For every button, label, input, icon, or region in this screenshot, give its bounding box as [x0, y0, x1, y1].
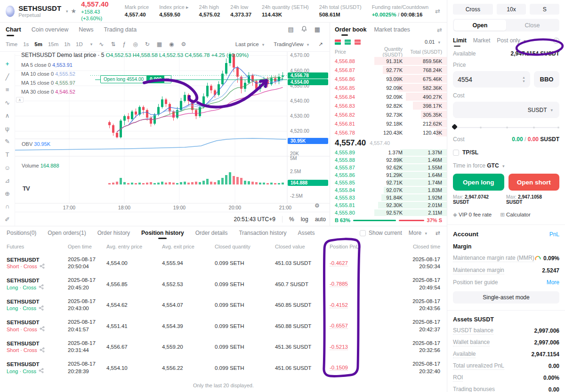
scale-toggle-%[interactable]: % — [289, 216, 294, 223]
orderbook-ask-row[interactable]: 4,556.8492.09K490.27K — [330, 92, 447, 101]
tab-chart[interactable]: Chart — [6, 26, 21, 33]
chart-settings-gear-icon[interactable]: ⚙ — [181, 41, 186, 48]
table-row[interactable]: SETHSUSDTShort · Cross2025-08-1720:41:57… — [0, 316, 447, 337]
pitchfork-tool-icon[interactable]: ψ — [0, 122, 15, 136]
price-source-dropdown[interactable]: Last price ▾ — [235, 41, 266, 47]
pnl-link[interactable]: PnL — [549, 231, 559, 238]
time-axis-settings-icon[interactable]: ⚙ — [315, 202, 320, 209]
orderbook-bid-row[interactable]: 4,555.8892.89K1.46M — [330, 156, 447, 164]
panel-settings-icon[interactable]: ⇄ — [436, 230, 440, 236]
magnet-tool-icon[interactable]: ∩ — [0, 200, 15, 213]
orderbook-ask-row[interactable]: 4,556.78120.43K120.43K — [330, 128, 447, 137]
orderbook-ask-row[interactable]: 4,556.8392.82K398.17K — [330, 101, 447, 110]
info-icon[interactable]: i — [553, 38, 559, 44]
table-row[interactable]: SETHSUSDTShort · Cross2025-08-1720:31:44… — [0, 336, 447, 358]
tab-market[interactable]: Market — [473, 37, 491, 44]
snapshot-camera-icon[interactable]: ◎ — [133, 41, 137, 48]
tab-assets[interactable]: Assets — [298, 230, 315, 236]
interval-time-label[interactable]: Time — [6, 41, 17, 47]
tab-market-trades[interactable]: Market trades — [374, 26, 410, 33]
tab-order-details[interactable]: Order details — [195, 230, 228, 236]
orderbook-bid-row[interactable]: 4,555.8391.84K1.92M — [330, 194, 447, 201]
orderbook-ask-row[interactable]: 4,556.8592.09K582.36K — [330, 83, 447, 92]
vip-fee-link[interactable]: ◈ VIP 0 fee rate — [453, 211, 492, 218]
orderbook-settings-icon[interactable]: ⇄ — [437, 26, 442, 33]
alert-dot-icon[interactable]: ◉ — [169, 41, 174, 48]
interval-15m[interactable]: 15m — [48, 41, 58, 47]
cost-unit[interactable]: SUSDT — [528, 107, 547, 113]
tick-size-dropdown[interactable]: 0.01 ▾ — [425, 39, 442, 45]
orderbook-mid-price[interactable]: 4,557.40 4,557.40 — [330, 137, 447, 149]
favorite-star-icon[interactable]: ★ — [71, 8, 77, 15]
tab-order-book[interactable]: Order book — [335, 26, 366, 33]
alerts-bell-icon[interactable] — [301, 26, 307, 33]
wave-tool-icon[interactable]: ∿ — [0, 96, 15, 110]
share-icon[interactable] — [40, 264, 45, 270]
orderbook-bid-row[interactable]: 4,555.8792.62K1.55M — [330, 164, 447, 171]
tab-position-history[interactable]: Position history — [141, 230, 184, 236]
share-icon[interactable] — [40, 326, 45, 332]
price-input[interactable]: 4554 ▲▼ — [453, 71, 530, 88]
chart-style-icon[interactable]: ∿ — [99, 41, 104, 48]
tab-positions-0[interactable]: Positions(0) — [7, 230, 36, 236]
single-asset-mode-button[interactable]: Single-asset mode — [453, 291, 559, 304]
open-order-tag[interactable]: Open long 4554.00 0.099 × — [100, 75, 171, 83]
scale-toggle-auto[interactable]: auto — [315, 216, 326, 223]
compare-icon[interactable]: ⇅ — [111, 41, 115, 48]
show-current-checkbox[interactable] — [360, 230, 366, 236]
chart-canvas[interactable]: 4,570.004,560.004,550.004,540.004,530.00… — [15, 52, 330, 212]
tier-more-link[interactable]: More — [547, 279, 559, 286]
table-row[interactable]: SETHSUSDTLong · Cross2025-08-1720:45:204… — [0, 274, 447, 295]
orderbook-ask-row[interactable]: 4,556.8891.31K859.56K — [330, 56, 447, 65]
tab-trading-data[interactable]: Trading data — [104, 26, 137, 33]
tab-news[interactable]: News — [79, 26, 93, 33]
orderbook-bid-row[interactable]: 4,555.8192.30K2.01M — [330, 201, 447, 209]
share-icon[interactable] — [39, 305, 44, 312]
expand-chart-icon[interactable]: ↗ — [318, 41, 323, 48]
orderbook-view-bids-icon[interactable] — [345, 40, 351, 45]
table-row[interactable]: SETHSUSDTLong · Cross2025-08-1720:43:004… — [0, 295, 447, 316]
leverage-button-10x[interactable]: 10x — [497, 4, 526, 15]
quantity-slider[interactable] — [453, 125, 559, 130]
zoom-tool-icon[interactable]: ⊕ — [0, 187, 15, 200]
orderbook-bid-row[interactable]: 4,555.8492.07K1.83M — [330, 186, 447, 194]
order-cancel-icon[interactable]: × — [164, 75, 171, 83]
scale-toggle-log[interactable]: log — [301, 216, 308, 223]
bbo-button[interactable]: BBO — [534, 71, 559, 88]
header-collapse-icon[interactable]: ⇄ — [435, 8, 440, 15]
interval-1s[interactable]: 1s — [23, 41, 29, 47]
fib-tool-icon[interactable]: ≡ — [0, 83, 15, 96]
text-tool-icon[interactable]: T — [0, 148, 15, 161]
symbol-block[interactable]: SETHSUSDT Perpetual — [18, 4, 61, 18]
side-tab-open[interactable]: Open — [454, 20, 506, 31]
share-icon[interactable] — [39, 368, 44, 374]
orderbook-bid-row[interactable]: 4,555.891.37M1.37M — [330, 149, 447, 156]
show-current-toggle[interactable]: Show current — [360, 230, 402, 236]
interval-5m[interactable]: 5m — [34, 41, 42, 47]
emoji-tool-icon[interactable]: ☺ — [0, 161, 15, 174]
edit-tool-icon[interactable]: ✐ — [0, 213, 15, 226]
orderbook-view-asks-icon[interactable] — [355, 40, 361, 45]
open-short-button[interactable]: Open short — [508, 174, 560, 191]
calendar-icon[interactable]: ▦ — [157, 41, 162, 48]
tradingview-dropdown[interactable]: TradingView ▾ — [274, 41, 311, 47]
table-row[interactable]: SETHSUSDTLong · Cross2025-08-1720:28:394… — [0, 358, 447, 379]
orderbook-ask-row[interactable]: 4,556.8792.77K768.24K — [330, 65, 447, 74]
orderbook-view-both-icon[interactable] — [335, 40, 341, 45]
measure-tool-icon[interactable]: ⊿ — [0, 174, 15, 187]
symbol-caret-icon[interactable]: ▾ — [66, 9, 68, 14]
trendline-tool-icon[interactable]: ╱ — [0, 71, 15, 84]
share-icon[interactable] — [40, 347, 45, 353]
orderbook-ask-row[interactable]: 4,556.8192.18K212.62K — [330, 119, 447, 128]
tab-open-orders-1[interactable]: Open orders(1) — [48, 230, 86, 236]
orderbook-bid-row[interactable]: 4,555.8092.57K2.11M — [330, 209, 447, 216]
side-tab-close[interactable]: Close — [506, 20, 558, 31]
orderbook-ask-row[interactable]: 4,556.8693.09K675.46K — [330, 74, 447, 83]
orders-panel-icon[interactable]: ▤ — [288, 26, 293, 33]
time-in-force-dropdown[interactable]: Time in force GTC ▾ — [453, 162, 559, 169]
more-dropdown[interactable]: More ▾ — [409, 230, 429, 236]
tab-transaction-history[interactable]: Transaction history — [239, 230, 286, 236]
cost-input[interactable]: SUSDT ▾ — [453, 102, 559, 118]
tpsl-toggle[interactable]: TP/SL — [453, 149, 559, 156]
orderbook-ask-row[interactable]: 4,556.8292.73K305.35K — [330, 110, 447, 119]
